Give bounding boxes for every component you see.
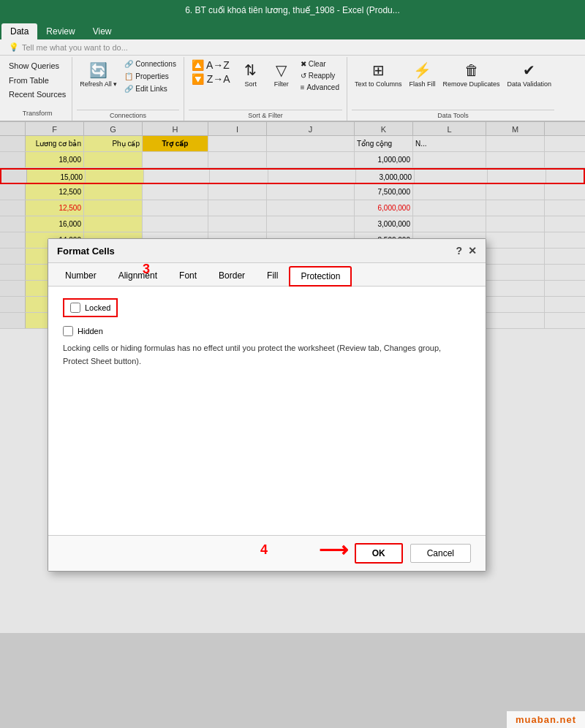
remove-dup-icon: 🗑 — [464, 61, 479, 79]
dialog-help-btn[interactable]: ? — [456, 245, 462, 257]
reapply-btn[interactable]: ↺ Reapply — [298, 70, 342, 81]
refresh-all-btn[interactable]: 🔄 Refresh All ▾ — [77, 58, 120, 91]
sort-label: Sort — [244, 80, 257, 88]
transform-label: Transform — [7, 110, 67, 118]
text-to-columns-btn[interactable]: ⊞ Text to Columns — [352, 58, 405, 91]
ribbon-group-connections: 🔄 Refresh All ▾ 🔗 Connections 📋 Properti… — [72, 57, 184, 121]
connections-small-btns: 🔗 Connections 📋 Properties 🔗 Edit Links — [121, 58, 179, 94]
tell-me-bar: 💡 Tell me what you want to do... — [0, 39, 585, 56]
remove-duplicates-btn[interactable]: 🗑 Remove Duplicates — [440, 58, 503, 91]
edit-links-btn[interactable]: 🔗 Edit Links — [121, 83, 179, 94]
dialog-title-bar: Format Cells ? ✕ — [48, 239, 486, 263]
data-validation-btn[interactable]: ✔ Data Validation — [505, 58, 554, 91]
sort-filter-items: 🔼 A→Z 🔽 Z→A ⇅ Sort ▽ Filter ✖ Clear ↺ Re… — [189, 58, 342, 110]
tab-font[interactable]: Font — [168, 266, 208, 286]
locked-row: Locked — [63, 298, 118, 317]
spreadsheet-area: F G H I J K L M Lương cơ bản Phụ cấp Trợ… — [0, 121, 585, 633]
dialog-tabs: Number Alignment Font Border Fill Protec… — [48, 263, 486, 287]
flash-fill-label: Flash Fill — [410, 80, 436, 88]
sort-icon: ⇅ — [244, 61, 257, 79]
edit-links-icon: 🔗 — [124, 85, 133, 93]
locked-checkbox[interactable] — [70, 303, 80, 313]
text-columns-icon: ⊞ — [372, 61, 385, 79]
tab-fill[interactable]: Fill — [256, 266, 289, 286]
refresh-all-label: Refresh All ▾ — [80, 80, 117, 88]
ribbon: Show Queries From Table Recent Sources T… — [0, 56, 585, 121]
flash-fill-btn[interactable]: ⚡ Flash Fill — [407, 58, 439, 91]
format-cells-dialog: Format Cells ? ✕ Number Alignment Font B… — [48, 238, 486, 572]
sort-za-btn[interactable]: 🔽 Z→A — [189, 72, 233, 86]
connections-icon: 🔗 — [124, 60, 133, 68]
tab-alignment[interactable]: Alignment — [107, 266, 168, 286]
title-text: 6. BT cuối khoá tiên lương, thuế_1908 - … — [185, 5, 400, 15]
step4-arrow: ⟶ — [319, 538, 348, 562]
dialog-title-controls: ? ✕ — [456, 245, 477, 257]
filter-btn[interactable]: ▽ Filter — [267, 58, 296, 91]
dialog-close-btn[interactable]: ✕ — [468, 245, 477, 257]
remove-dup-label: Remove Duplicates — [443, 80, 500, 88]
tab-view[interactable]: View — [84, 23, 121, 39]
tab-data[interactable]: Data — [1, 23, 37, 39]
data-validation-label: Data Validation — [507, 80, 551, 88]
step3-badge: 3 — [143, 262, 150, 277]
tell-me-input[interactable]: Tell me what you want to do... — [22, 43, 128, 52]
dialog-body: Locked Hidden Locking cells or hiding fo… — [48, 287, 486, 535]
connections-btn[interactable]: 🔗 Connections — [121, 58, 179, 69]
properties-icon: 📋 — [124, 72, 133, 80]
clear-reapply-adv: ✖ Clear ↺ Reapply ≡ Advanced — [298, 58, 342, 93]
text-to-columns-label: Text to Columns — [355, 80, 402, 88]
sort-az-btn[interactable]: 🔼 A→Z — [189, 58, 233, 72]
ribbon-group-sort-filter: 🔼 A→Z 🔽 Z→A ⇅ Sort ▽ Filter ✖ Clear ↺ Re… — [184, 57, 347, 121]
step4-badge: 4 — [260, 542, 268, 558]
refresh-icon: 🔄 — [89, 61, 107, 79]
tab-border[interactable]: Border — [208, 266, 256, 286]
ribbon-group-transform: Show Queries From Table Recent Sources T… — [3, 57, 72, 121]
locked-label: Locked — [85, 303, 110, 312]
ribbon-group-data-tools: ⊞ Text to Columns ⚡ Flash Fill 🗑 Remove … — [347, 57, 559, 121]
clear-btn[interactable]: ✖ Clear — [298, 58, 342, 69]
lightbulb-icon: 💡 — [9, 42, 19, 52]
advanced-btn[interactable]: ≡ Advanced — [298, 82, 342, 93]
sort-filter-label: Sort & Filter — [189, 110, 342, 119]
validation-icon: ✔ — [523, 61, 535, 79]
recent-sources-btn[interactable]: Recent Sources — [7, 88, 67, 102]
protection-info-text: Locking cells or hiding formulas has no … — [63, 342, 443, 368]
dialog-footer: 4 ⟶ OK Cancel — [48, 535, 486, 571]
hidden-checkbox[interactable] — [63, 326, 73, 336]
from-table-btn[interactable]: From Table — [7, 74, 67, 88]
cancel-button[interactable]: Cancel — [410, 544, 471, 563]
ok-button[interactable]: OK — [355, 543, 403, 564]
sort-btn[interactable]: ⇅ Sort — [236, 58, 265, 91]
tab-number[interactable]: Number — [54, 266, 107, 286]
tab-protection[interactable]: Protection — [289, 266, 352, 287]
sort-az-za-btns: 🔼 A→Z 🔽 Z→A — [189, 58, 233, 86]
tab-bar: Data Review View — [0, 20, 585, 39]
show-queries-btn[interactable]: Show Queries — [7, 59, 67, 74]
sort-za-icon: 🔽 Z→A — [192, 74, 230, 84]
tab-review[interactable]: Review — [37, 23, 83, 39]
properties-btn[interactable]: 📋 Properties — [121, 71, 179, 82]
flash-icon: ⚡ — [413, 61, 431, 79]
branding-text: muaban.net — [507, 711, 585, 728]
connections-items: 🔄 Refresh All ▾ 🔗 Connections 📋 Properti… — [77, 58, 179, 110]
hidden-label: Hidden — [78, 327, 103, 335]
dialog-title-text: Format Cells — [57, 246, 115, 257]
connections-label: Connections — [77, 110, 179, 119]
title-bar: 6. BT cuối khoá tiên lương, thuế_1908 - … — [0, 0, 585, 20]
data-tools-items: ⊞ Text to Columns ⚡ Flash Fill 🗑 Remove … — [352, 58, 554, 110]
sort-az-icon: 🔼 A→Z — [192, 60, 230, 70]
filter-icon: ▽ — [276, 61, 287, 79]
filter-label: Filter — [274, 80, 289, 88]
hidden-row: Hidden — [63, 326, 471, 336]
data-tools-label: Data Tools — [352, 110, 554, 119]
